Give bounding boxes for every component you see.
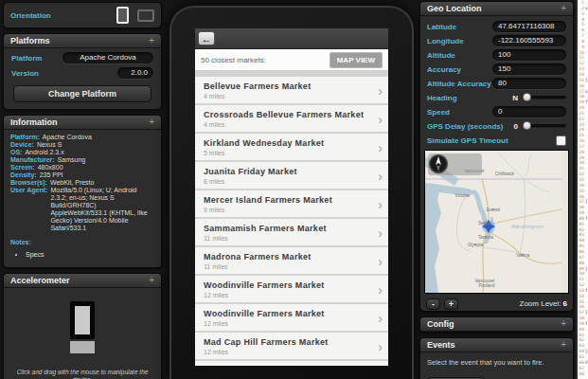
map-city-label: Everett — [487, 208, 500, 212]
change-platform-button[interactable]: Change Platform — [13, 85, 151, 102]
chevron-right-icon: › — [378, 140, 383, 155]
market-list-item[interactable]: Kirkland Wednesday Market 5 miles › — [195, 134, 388, 160]
zoom-in-button[interactable]: + — [444, 298, 458, 310]
market-list-item[interactable]: Mercer Island Farmers Market 9 miles › — [195, 190, 388, 217]
market-name: Sammamish Farmers Market — [204, 224, 327, 233]
geo-location-panel: Geo Location + Latitude 47.64717116308 L… — [419, 1, 574, 312]
altitude-label: Altitude — [427, 51, 455, 60]
platforms-panel-header[interactable]: Platforms + — [4, 34, 161, 48]
accuracy-label: Accuracy — [427, 65, 461, 74]
map-city-label: Victoria — [455, 193, 470, 198]
collapse-icon[interactable]: + — [149, 117, 154, 127]
geo-map[interactable]: Washington VancouverChilliwackVictoriaEv… — [424, 150, 569, 294]
code-editor[interactable]: 12var3456789101112131415};1617var1819fun… — [576, 0, 588, 379]
market-list-item[interactable]: Crossroads Bellevue Farmers Market 4 mil… — [195, 105, 388, 132]
zoom-out-button[interactable]: - — [426, 298, 440, 310]
collapse-icon[interactable]: + — [561, 340, 566, 350]
info-label: Platform: — [10, 134, 40, 141]
info-row: Platform: Apache Cordova — [10, 134, 154, 141]
info-row: User Agent: Mozilla/5.0 (Linux; U; Andro… — [10, 187, 154, 232]
map-city-label: Portland — [479, 283, 495, 288]
latitude-label: Latitude — [427, 23, 456, 31]
altitude-accuracy-input[interactable]: 80 — [492, 78, 566, 89]
back-button[interactable]: ← — [198, 31, 215, 45]
market-list-item[interactable]: Sammamish Farmers Market 11 miles › — [195, 219, 388, 245]
simulate-gps-timeout-label: Simulate GPS Timeout — [427, 136, 508, 145]
info-value: 480x800 — [38, 164, 154, 171]
gps-delay-label: GPS Delay (seconds) — [427, 122, 503, 131]
gps-delay-value: 0 — [514, 122, 518, 131]
accelerometer-panel: Accelerometer + Click and drag with the … — [3, 273, 162, 379]
market-list-item[interactable]: Woodinville Farmers Market 12 miles › — [195, 276, 388, 302]
events-title: Events — [427, 340, 455, 350]
market-list-item[interactable]: Mad Cap Hill Farmers Market 12 miles › — [195, 333, 388, 359]
info-label: OS: — [10, 149, 22, 156]
chevron-right-icon: › — [378, 282, 383, 298]
market-name: Woodinville Farmers Market — [204, 309, 325, 318]
notes-label: Notes: — [10, 239, 154, 246]
device-model-screen — [70, 301, 95, 339]
map-city-label: Olympia — [468, 243, 484, 247]
information-panel: Information + Platform: Apache Cordova D… — [3, 115, 162, 268]
market-distance: 11 miles — [204, 263, 312, 270]
market-name: Woodinville Farmers Market — [204, 280, 325, 290]
speed-input[interactable]: 0 — [492, 106, 566, 117]
market-list-item[interactable]: › — [195, 361, 388, 366]
info-value: 235 PPI — [40, 171, 154, 179]
collapse-icon[interactable]: + — [149, 36, 154, 45]
simulate-gps-timeout-checkbox[interactable] — [556, 135, 566, 146]
gps-delay-slider[interactable] — [525, 124, 566, 128]
altitude-input[interactable]: 100 — [492, 49, 566, 61]
heading-slider-handle[interactable] — [523, 93, 531, 101]
notes-item[interactable]: Specs — [26, 251, 154, 259]
config-panel-header[interactable]: Config + — [420, 317, 573, 332]
market-list: Bellevue Farmers Market 4 miles › Crossr… — [195, 77, 388, 366]
info-value: Samsung — [58, 156, 154, 164]
info-value: Apache Cordova — [43, 134, 154, 141]
heading-slider[interactable] — [525, 96, 566, 99]
app-header: ← — [195, 28, 388, 49]
market-distance: 12 miles — [204, 320, 325, 327]
information-panel-header[interactable]: Information + — [4, 116, 161, 130]
heading-value: N — [512, 94, 518, 102]
geo-location-panel-header[interactable]: Geo Location + — [420, 2, 573, 16]
landscape-orientation-icon[interactable] — [137, 9, 154, 22]
info-label: User Agent: — [10, 187, 47, 232]
info-label: Device: — [10, 141, 34, 149]
events-panel-header[interactable]: Events + — [420, 338, 573, 352]
collapse-icon[interactable]: + — [149, 276, 154, 285]
altitude-accuracy-label: Altitude Accuracy — [427, 80, 491, 88]
list-header-label: 50 closest markets: — [201, 56, 266, 64]
speed-label: Speed — [427, 108, 450, 117]
market-list-item[interactable]: Bellevue Farmers Market 4 miles › — [195, 77, 388, 103]
events-panel: Events + Select the event that you want … — [419, 337, 574, 379]
collapse-icon[interactable]: + — [561, 4, 566, 13]
map-view-button[interactable]: MAP VIEW — [330, 52, 383, 68]
longitude-input[interactable]: -122.160555593 — [492, 35, 566, 46]
chevron-right-icon: › — [378, 83, 383, 99]
version-select[interactable]: 2.0.0 — [117, 67, 153, 79]
accelerometer-panel-header[interactable]: Accelerometer + — [4, 274, 161, 288]
accuracy-input[interactable]: 150 — [492, 63, 566, 75]
latitude-input[interactable]: 47.64717116308 — [492, 21, 566, 32]
chevron-right-icon: › — [378, 197, 383, 212]
market-distance: 12 miles — [204, 349, 329, 355]
market-list-item[interactable]: Madrona Farmers Market 11 miles › — [195, 247, 388, 274]
info-label: Browser(s): — [10, 179, 47, 187]
map-city-label: Tacoma — [478, 235, 493, 240]
zoom-level-value: 6 — [563, 299, 567, 308]
zoom-level-label: Zoom Level: — [520, 299, 561, 308]
accelerometer-device-model[interactable] — [70, 301, 95, 353]
collapse-icon[interactable]: + — [561, 319, 566, 329]
market-name: Mercer Island Farmers Market — [204, 195, 332, 205]
market-list-item[interactable]: Woodinville Farmers Market 12 miles › — [195, 304, 388, 331]
gps-delay-slider-handle[interactable] — [523, 121, 531, 130]
market-name: Mad Cap Hill Farmers Market — [204, 337, 329, 347]
info-row: Device: Nexus S — [10, 141, 154, 149]
orientation-label: Orientation — [10, 11, 51, 20]
portrait-orientation-icon[interactable] — [116, 7, 129, 24]
chevron-right-icon: › — [378, 339, 383, 354]
market-list-item[interactable]: Juanita Friday Market 8 miles › — [195, 162, 388, 189]
platform-select[interactable]: Apache Cordova — [62, 52, 153, 63]
code-line: 68 — [578, 371, 588, 377]
